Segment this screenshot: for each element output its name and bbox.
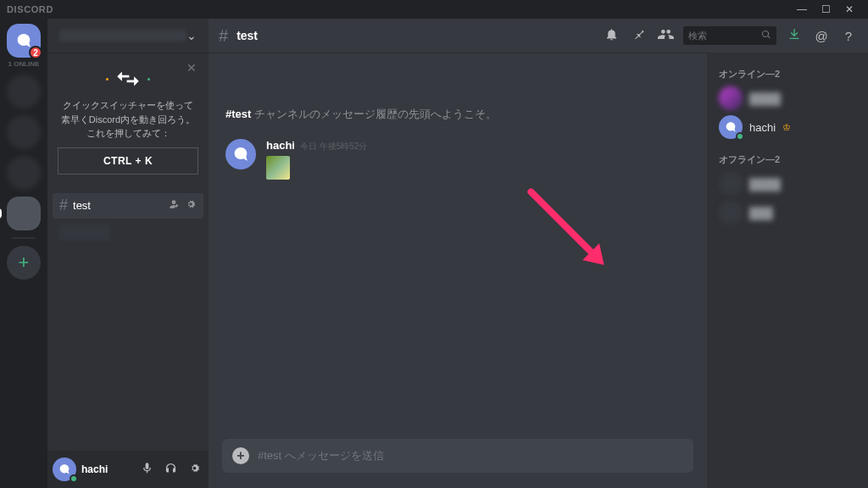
download-icon[interactable] (785, 27, 804, 44)
mic-icon[interactable] (137, 462, 156, 477)
member-name: hachi (749, 121, 776, 134)
online-count-label: 1 ONLINE (8, 61, 40, 68)
message-timestamp: 今日 午後5時52分 (300, 141, 367, 152)
avatar[interactable] (53, 458, 76, 481)
search-icon (761, 30, 771, 42)
invite-icon[interactable] (168, 198, 180, 213)
member-name: ████ (749, 92, 781, 105)
guild-rail: 2 1 ONLINE + (0, 19, 47, 488)
members-icon[interactable] (656, 26, 675, 45)
rail-separator (12, 237, 36, 239)
avatar (719, 201, 743, 225)
message-author[interactable]: hachi (266, 139, 295, 152)
minimize-button[interactable]: — (790, 0, 814, 19)
member-item[interactable]: ████ (714, 84, 861, 113)
member-name: ███ (749, 207, 773, 219)
avatar (719, 115, 743, 139)
channel-item[interactable] (59, 224, 110, 241)
message-attachment[interactable] (266, 156, 290, 180)
channel-list: # test (47, 186, 209, 452)
current-user-name: hachi (81, 463, 132, 475)
message-area: #test チャンネルのメッセージ履歴の先頭へようこそ。 hachi 今日 午後… (209, 53, 707, 488)
main-content: # test 検索 @ ? (209, 19, 868, 488)
mention-badge: 2 (29, 46, 42, 59)
crown-icon: ♔ (782, 122, 791, 133)
channel-sidebar: ⌄ ✕ クイックスイッチャーを使って 素早くDiscord内を動き回ろう。 これ… (47, 19, 209, 488)
channel-item-test[interactable]: # test (53, 193, 203, 219)
avatar[interactable] (225, 139, 256, 169)
chevron-down-icon: ⌄ (186, 29, 197, 42)
channel-name: test (73, 199, 91, 212)
mentions-icon[interactable]: @ (812, 29, 831, 43)
user-panel: hachi (47, 451, 209, 488)
guild-item[interactable] (7, 115, 41, 149)
guild-item[interactable] (7, 156, 41, 190)
member-group-offline: オフライン—2 (714, 150, 861, 169)
message-composer[interactable]: + #test へメッセージを送信 (222, 439, 693, 473)
pin-icon[interactable] (629, 27, 648, 44)
member-list: オンライン—2 ████ hachi ♔ オフライン—2 ████ (707, 53, 868, 488)
guild-item-selected[interactable] (7, 197, 41, 230)
search-input[interactable]: 検索 (683, 26, 776, 45)
app-logo: DISCORD (7, 4, 53, 14)
headphones-icon[interactable] (161, 462, 180, 477)
close-icon[interactable]: ✕ (186, 61, 197, 75)
avatar (719, 172, 743, 196)
guild-item[interactable] (7, 75, 41, 108)
composer-placeholder: #test へメッセージを送信 (258, 448, 384, 463)
member-item[interactable]: hachi ♔ (714, 113, 861, 141)
bell-icon[interactable] (602, 27, 620, 44)
home-button[interactable]: 2 (7, 24, 41, 58)
server-header[interactable]: ⌄ (47, 19, 209, 53)
avatar (719, 86, 743, 110)
member-name: ████ (749, 178, 781, 191)
quick-switcher-button[interactable]: CTRL + K (58, 147, 198, 175)
add-server-button[interactable]: + (7, 246, 41, 280)
member-group-online: オンライン—2 (714, 64, 861, 84)
quick-switcher-art (54, 59, 202, 95)
hash-icon: # (219, 26, 228, 46)
message[interactable]: hachi 今日 午後5時52分 (222, 137, 693, 181)
presence-online-icon (736, 132, 744, 141)
channel-topbar: # test 検索 @ ? (209, 19, 868, 53)
gear-icon[interactable] (185, 462, 203, 477)
close-window-button[interactable]: ✕ (837, 0, 861, 19)
server-name (59, 30, 186, 42)
titlebar: DISCORD — ☐ ✕ (0, 0, 868, 19)
presence-online-icon (70, 474, 78, 483)
hash-icon: # (59, 197, 68, 214)
channel-welcome: #test チャンネルのメッセージ履歴の先頭へようこそ。 (225, 107, 693, 122)
member-item[interactable]: ████ (714, 169, 861, 198)
maximize-button[interactable]: ☐ (814, 0, 837, 19)
help-icon[interactable]: ? (839, 29, 858, 43)
quick-switcher-text: クイックスイッチャーを使って 素早くDiscord内を動き回ろう。 これを押して… (54, 95, 202, 147)
gear-icon[interactable] (185, 198, 197, 213)
channel-title: test (236, 29, 258, 42)
attach-button[interactable]: + (232, 447, 249, 464)
search-placeholder: 検索 (688, 30, 758, 42)
quick-switcher-card: ✕ クイックスイッチャーを使って 素早くDiscord内を動き回ろう。 これを押… (54, 59, 202, 180)
annotation-arrow (526, 187, 604, 264)
member-item[interactable]: ███ (714, 198, 861, 227)
